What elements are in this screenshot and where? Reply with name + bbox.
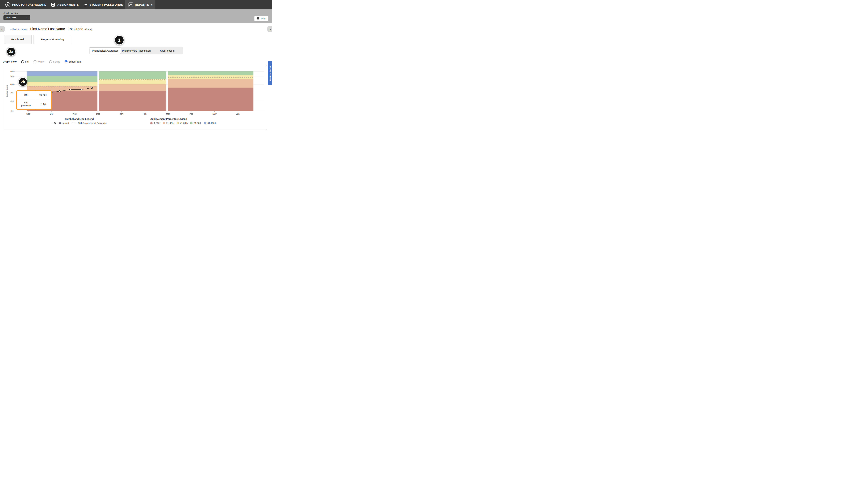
svg-text:500: 500	[10, 84, 13, 86]
domain-subtab-row: Phonological Awareness Phonics/Word Reco…	[0, 44, 272, 55]
previous-student-button[interactable]: ‹	[0, 26, 5, 32]
percentile-label-1-20th: 1-20th	[154, 122, 160, 124]
radio-circle-school-year	[65, 60, 67, 63]
svg-text:484: 484	[10, 110, 13, 112]
radio-fall[interactable]: Fall	[21, 60, 29, 63]
subtab-phonics-word-recognition[interactable]: Phonics/Word Recognition	[121, 47, 152, 54]
percentile-label-61-80th: 61-80th	[194, 122, 201, 124]
svg-text:505: 505	[10, 75, 13, 77]
percentile-swatch-41-60th	[177, 122, 179, 124]
legend-item-50th-percentile: 50th Achievement Percentile	[72, 122, 107, 124]
svg-text:495: 495	[10, 92, 13, 94]
annotation-badge-1: 1	[114, 35, 124, 45]
percentile-label-81-100th: 81-100th	[207, 122, 216, 124]
subtab-phonological-awareness-label: Phonological Awareness	[92, 49, 118, 52]
toolbar: Academic Year: 2024-2025 ⌄ Print	[0, 9, 272, 23]
radio-label-school-year: School Year	[68, 60, 81, 63]
percentile-label-41-60th: 41-60th	[180, 122, 188, 124]
graph-view-label: Graph View	[3, 60, 17, 63]
svg-text:Oct: Oct	[50, 113, 53, 115]
radio-label-spring: Spring	[53, 60, 60, 63]
lock-icon: ****	[84, 2, 88, 7]
academic-year-select[interactable]: 2024-2025 ⌄	[3, 15, 30, 20]
radio-label-fall: Fall	[25, 60, 29, 63]
svg-text:Sep: Sep	[26, 113, 30, 115]
printer-icon	[256, 17, 260, 20]
domain-subtabs: Phonological Awareness Phonics/Word Reco…	[89, 47, 183, 54]
radio-circle-spring	[49, 60, 52, 63]
svg-text:Jun: Jun	[236, 113, 240, 115]
observed-line-icon	[52, 122, 58, 124]
nav-label-proctor-dashboard: PROCTOR DASHBOARD	[12, 3, 46, 7]
legend-item-41-60th: 41-60th	[177, 122, 188, 124]
academic-year-value: 2024-2025	[6, 16, 16, 19]
nav-label-reports: REPORTS	[135, 3, 149, 7]
gauge-icon	[5, 2, 10, 7]
nav-item-reports[interactable]: REPORTS ▾	[125, 0, 155, 9]
annotation-badge-2a: 2a	[7, 47, 15, 56]
svg-text:Jan: Jan	[120, 113, 123, 115]
svg-text:508: 508	[10, 70, 13, 73]
next-student-button[interactable]: ›	[267, 26, 272, 32]
svg-text:Nov: Nov	[73, 113, 77, 115]
tab-benchmark[interactable]: Benchmark	[4, 35, 32, 44]
print-button[interactable]: Print	[254, 16, 268, 21]
tab-progress-monitoring[interactable]: Progress Monitoring	[33, 35, 71, 44]
chevron-right-icon: ›	[270, 26, 271, 31]
caret-down-icon: ▾	[151, 3, 152, 6]
nav-label-assignments: ASSIGNMENTS	[57, 3, 79, 7]
annotation-badge-2b: 2b	[19, 77, 28, 86]
report-tabs: Benchmark Progress Monitoring	[0, 34, 272, 44]
assignments-icon	[51, 2, 56, 7]
chevron-left-icon: ‹	[1, 26, 3, 31]
tooltip-score: 495	[17, 91, 35, 99]
top-nav: PROCTOR DASHBOARD ASSIGNMENTS **** STUDE…	[0, 0, 272, 9]
symbol-line-legend: Symbol and Line Legend Observed 50th Ach…	[52, 118, 107, 124]
tab-benchmark-label: Benchmark	[11, 38, 24, 41]
provide-feedback-label: Provide feedback	[269, 65, 271, 81]
chart-icon	[129, 2, 133, 7]
provide-feedback-tab[interactable]: Provide feedback	[268, 61, 272, 85]
page-title: First Name Last Name - 1st Grade	[30, 27, 83, 31]
tooltip-change-value: 1pt	[43, 103, 46, 105]
print-label: Print	[261, 17, 266, 20]
symbol-legend-title: Symbol and Line Legend	[52, 118, 107, 120]
svg-text:Apr: Apr	[189, 113, 193, 115]
tab-progress-monitoring-label: Progress Monitoring	[41, 38, 64, 41]
percentile-swatch-1-20th	[150, 122, 153, 124]
nav-item-student-passwords[interactable]: **** STUDENT PASSWORDS	[81, 0, 125, 9]
graph-view-row: Graph View Fall Winter Spring School Yea…	[0, 60, 272, 64]
subtab-phonological-awareness[interactable]: Phonological Awareness	[90, 47, 121, 54]
svg-text:Mar: Mar	[166, 113, 170, 115]
subtab-oral-reading[interactable]: Oral Reading	[152, 47, 183, 54]
percentile-swatch-61-80th	[190, 122, 193, 124]
tooltip-change: 1pt	[35, 99, 51, 109]
back-arrow-icon: ←	[10, 28, 12, 31]
legend-item-21-40th: 21-40th	[163, 122, 174, 124]
back-link-label: Back to report	[12, 28, 27, 31]
svg-text:490: 490	[10, 100, 13, 102]
up-arrow-icon	[40, 103, 42, 105]
select-caret-icon: ⌄	[27, 17, 29, 19]
radio-circle-fall	[21, 60, 24, 63]
dashed-line-icon	[72, 122, 77, 124]
radio-winter: Winter	[33, 60, 44, 63]
tooltip-percentile: 30th percentile	[17, 99, 35, 109]
legend-item-observed: Observed	[52, 122, 69, 124]
svg-text:Feb: Feb	[143, 113, 147, 115]
radio-label-winter: Winter	[37, 60, 44, 63]
back-to-report-link[interactable]: ← Back to report	[10, 28, 27, 31]
legend-item-81-100th: 81-100th	[204, 122, 216, 124]
nav-item-proctor-dashboard[interactable]: PROCTOR DASHBOARD	[3, 0, 49, 9]
radio-circle-winter	[33, 60, 36, 63]
legend-item-61-80th: 61-80th	[190, 122, 201, 124]
percentile-label-21-40th: 21-40th	[166, 122, 174, 124]
report-header: ‹ ← Back to report First Name Last Name …	[0, 23, 272, 34]
radio-school-year[interactable]: School Year	[65, 60, 81, 63]
academic-year-label: Academic Year:	[3, 12, 269, 14]
data-point-tooltip: 495 9/27/24 30th percentile 1pt	[16, 90, 52, 110]
nav-item-assignments[interactable]: ASSIGNMENTS	[49, 0, 81, 9]
percentile-swatch-21-40th	[163, 122, 165, 124]
student-title-wrap: First Name Last Name - 1st Grade (Grade)	[30, 27, 92, 31]
observed-label: Observed	[59, 122, 69, 124]
